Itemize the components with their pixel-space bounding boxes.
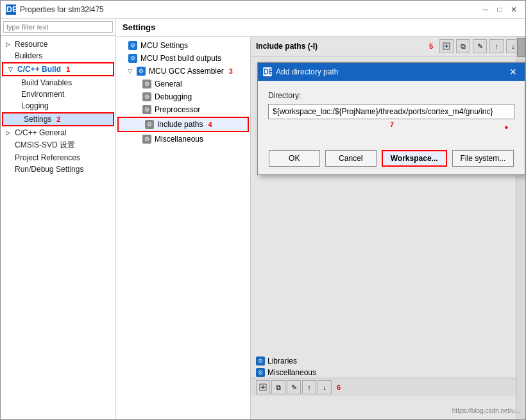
settings-item-label: MCU Post build outputs — [140, 54, 221, 63]
gear-icon: ⚙ — [136, 66, 146, 76]
badge-3: 3 — [229, 67, 233, 75]
tree-arrow: ▷ — [6, 130, 12, 136]
ok-button[interactable]: OK — [269, 150, 320, 167]
gear-icon: ⚙ — [144, 119, 155, 130]
add-directory-dialog: IDE Add directory path ✕ Directory: 7 — [257, 62, 525, 175]
tree-arrow: ▽ — [8, 66, 15, 72]
dialog-body: Directory: 7 • — [258, 81, 525, 142]
settings-item-label: Preprocessor — [155, 105, 200, 114]
sidebar-item-label: Logging — [21, 101, 49, 110]
content-area: Include paths (-I) 5 ⧉ ✎ ↑ ↓ — [251, 37, 525, 419]
settings-tree-item-mcu-post-build[interactable]: ⚙ MCU Post build outputs — [116, 52, 250, 65]
settings-item-label: Include paths — [157, 120, 203, 129]
directory-label: Directory: — [268, 91, 514, 100]
window-title: Properties for stm32l475 — [20, 5, 475, 14]
gear-icon: ⚙ — [142, 105, 152, 115]
cancel-button[interactable]: Cancel — [325, 150, 377, 167]
settings-item-label: Miscellaneous — [155, 135, 203, 144]
dialog-title-text: Add directory path — [276, 67, 503, 76]
tree-arrow: ▷ — [6, 41, 12, 47]
sidebar-item-label: Resource — [15, 40, 47, 49]
gear-icon: ⚙ — [142, 79, 152, 89]
sidebar-item-label: C/C++ General — [15, 128, 67, 137]
settings-tree: ⚙ MCU Settings ⚙ MCU Post build outputs … — [116, 37, 251, 419]
filesystem-button[interactable]: File system... — [452, 150, 514, 167]
dialog-overlay: IDE Add directory path ✕ Directory: 7 — [251, 37, 525, 419]
settings-item-label: MCU GCC Assembler — [149, 67, 224, 76]
gear-icon: ⚙ — [128, 53, 138, 63]
dialog-footer: OK Cancel Workspace... File system... — [258, 142, 525, 174]
settings-tree-item-debugging[interactable]: ⚙ Debugging — [116, 90, 250, 103]
minimize-button[interactable]: ─ — [479, 3, 492, 16]
settings-tree-item-mcu-settings[interactable]: ⚙ MCU Settings — [116, 39, 250, 52]
gear-icon: ⚙ — [142, 134, 152, 144]
settings-tree-item-miscellaneous[interactable]: ⚙ Miscellaneous — [116, 133, 250, 146]
left-panel: ▷ Resource Builders ▽ C/C++ Build 1 B — [1, 19, 116, 419]
dialog-close-button[interactable]: ✕ — [507, 65, 520, 78]
dialog-title-bar: IDE Add directory path ✕ — [258, 63, 525, 81]
maximize-button[interactable]: □ — [493, 3, 506, 16]
close-button[interactable]: ✕ — [507, 3, 520, 16]
settings-item-label: General — [155, 80, 182, 88]
settings-header: Settings — [116, 19, 525, 37]
app-icon: IDE — [6, 4, 16, 15]
sidebar-item-label: Builders — [15, 51, 42, 60]
sidebar-item-settings[interactable]: Settings 2 — [2, 112, 114, 126]
sidebar-item-logging[interactable]: Logging — [1, 100, 115, 112]
red-dot: • — [504, 122, 508, 133]
settings-body: ⚙ MCU Settings ⚙ MCU Post build outputs … — [116, 37, 525, 419]
sidebar-item-label: Project References — [15, 153, 80, 162]
sidebar-item-cpp-build[interactable]: ▽ C/C++ Build 1 — [2, 62, 114, 76]
sidebar-item-run-debug[interactable]: Run/Debug Settings — [1, 164, 115, 175]
settings-tree-item-include-paths[interactable]: ⚙ Include paths 4 — [117, 117, 249, 132]
sidebar-item-environment[interactable]: Environment — [1, 88, 115, 100]
sidebar-item-label: Settings — [24, 115, 51, 124]
dialog-icon: IDE — [263, 67, 272, 76]
gear-icon: ⚙ — [128, 40, 138, 51]
settings-item-label: MCU Settings — [140, 41, 188, 50]
badge-2: 2 — [56, 115, 60, 123]
badge-7: 7 — [390, 121, 394, 128]
filter-input[interactable] — [3, 21, 113, 33]
tree-expanded-arrow: ▽ — [128, 68, 132, 74]
sidebar-item-cmsis-svd[interactable]: CMSIS-SVD 设置 — [1, 139, 115, 152]
title-bar: IDE Properties for stm32l475 ─ □ ✕ — [1, 1, 525, 19]
sidebar-item-cpp-general[interactable]: ▷ C/C++ General — [1, 127, 115, 139]
sidebar-item-label: Run/Debug Settings — [15, 165, 83, 174]
sidebar-item-label: CMSIS-SVD 设置 — [15, 140, 75, 151]
directory-input[interactable] — [268, 104, 514, 119]
workspace-button[interactable]: Workspace... — [382, 150, 447, 167]
settings-tree-item-preprocessor[interactable]: ⚙ Preprocessor — [116, 103, 250, 116]
main-window: IDE Properties for stm32l475 ─ □ ✕ ▷ Res… — [0, 0, 526, 420]
sidebar-item-label: Build Variables — [21, 78, 72, 87]
badge-4: 4 — [208, 121, 212, 128]
sidebar-item-builders[interactable]: Builders — [1, 50, 115, 62]
window-controls: ─ □ ✕ — [479, 3, 520, 16]
badge-1: 1 — [66, 65, 70, 73]
sidebar-item-label: C/C++ Build — [17, 65, 61, 74]
gear-icon: ⚙ — [142, 92, 152, 102]
settings-tree-item-general[interactable]: ⚙ General — [116, 78, 250, 90]
tree-area: ▷ Resource Builders ▽ C/C++ Build 1 B — [1, 36, 115, 419]
right-panel: Settings ⚙ MCU Settings ⚙ MCU Post build… — [116, 19, 525, 419]
sidebar-item-resource[interactable]: ▷ Resource — [1, 38, 115, 50]
main-content-area: ▷ Resource Builders ▽ C/C++ Build 1 B — [1, 19, 525, 419]
settings-item-label: Debugging — [155, 92, 192, 101]
sidebar-item-project-refs[interactable]: Project References — [1, 152, 115, 164]
filter-box — [1, 19, 115, 36]
settings-tree-item-mcu-gcc-assembler[interactable]: ▽ ⚙ MCU GCC Assembler 3 — [116, 65, 250, 78]
sidebar-item-label: Environment — [21, 90, 64, 99]
sidebar-item-build-vars[interactable]: Build Variables — [1, 77, 115, 88]
